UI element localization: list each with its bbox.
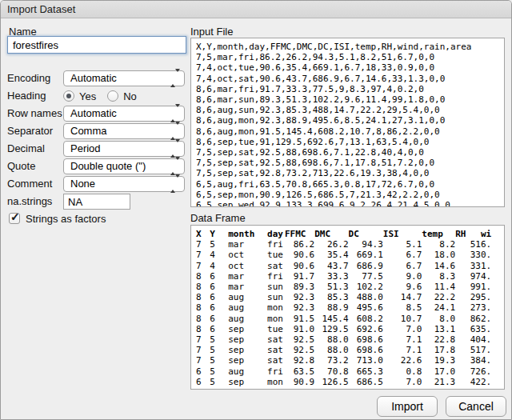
table-cell: 145.4 xyxy=(314,314,348,324)
table-cell: fri xyxy=(267,366,285,377)
table-cell: 6.7 xyxy=(383,250,422,260)
cancel-button[interactable]: Cancel xyxy=(446,396,506,417)
title-bar[interactable]: Import Dataset xyxy=(1,1,512,18)
table-cell: 94.3 xyxy=(349,239,383,250)
strings-as-factors-checkbox[interactable] xyxy=(9,213,20,224)
table-cell: sun xyxy=(267,282,285,292)
strings-as-factors-label[interactable]: Strings as factors xyxy=(26,213,106,225)
column-header: ISI xyxy=(383,229,422,239)
table-cell: 3. xyxy=(481,302,504,313)
data-frame-preview[interactable]: XYmonthdayFFMCDMCDCISItempRHwi75marfri86… xyxy=(190,225,505,390)
table-cell: sep xyxy=(228,355,267,366)
table-cell: 102.2 xyxy=(349,282,383,292)
table-cell: 8 xyxy=(196,271,210,282)
table-cell: 5 xyxy=(210,355,228,366)
name-input[interactable] xyxy=(7,36,186,54)
separator-value: Comma xyxy=(70,125,107,137)
stepper-arrows-icon xyxy=(170,106,180,121)
column-header: DMC xyxy=(314,229,348,239)
table-row: 65sepmon90.9126.5686.57.021.3422. xyxy=(196,377,504,387)
table-cell: 2. xyxy=(481,377,504,387)
table-cell: fri xyxy=(267,239,285,250)
table-cell: 92.9 xyxy=(285,387,314,390)
table-cell: 8 xyxy=(196,302,210,313)
table-cell: mon xyxy=(267,302,285,313)
column-header: wi xyxy=(481,229,504,239)
table-cell: 33 xyxy=(455,250,481,260)
table-row: 65augfri63.570.8665.30.817.0726. xyxy=(196,366,504,377)
table-cell: 5 xyxy=(210,377,228,387)
table-cell: 7.0 xyxy=(383,377,422,387)
table-cell: 21 xyxy=(455,387,481,390)
table-cell: 8.0 xyxy=(422,314,455,324)
stepper-arrows-icon xyxy=(170,177,180,191)
encoding-select[interactable]: Automatic xyxy=(63,70,185,86)
table-cell: 699.6 xyxy=(349,387,383,390)
table-cell: 8.3 xyxy=(422,271,455,282)
table-header-row: XYmonthdayFFMCDMCDCISItempRHwi xyxy=(196,229,504,239)
table-cell: 92.3 xyxy=(285,292,314,302)
decimal-value: Period xyxy=(70,142,101,154)
table-row: 86augmon91.5145.4608.210.78.0862. xyxy=(196,314,504,324)
table-cell: 14.6 xyxy=(422,261,455,271)
encoding-value: Automatic xyxy=(70,72,117,84)
table-cell: 5.1 xyxy=(383,239,422,250)
heading-yes-radio[interactable] xyxy=(63,90,74,102)
row-names-select[interactable]: Automatic xyxy=(63,106,185,122)
column-header: X xyxy=(196,229,210,239)
table-cell: 5. xyxy=(481,292,504,302)
table-cell: 70.8 xyxy=(314,366,348,377)
table-cell: 7.1 xyxy=(383,334,422,345)
table-cell: 42 xyxy=(455,377,481,387)
table-cell: 92.5 xyxy=(285,334,314,345)
heading-no-radio[interactable] xyxy=(107,90,118,102)
table-row: 86marsun89.351.3102.29.611.4991. xyxy=(196,282,504,292)
data-frame-table: XYmonthdayFFMCDMCDCISItempRHwi75marfri86… xyxy=(196,229,504,390)
table-cell: 4 xyxy=(210,261,228,271)
table-cell: 6. xyxy=(481,366,504,377)
table-cell: 8 xyxy=(196,324,210,334)
comment-select[interactable]: None xyxy=(63,176,185,192)
table-cell: 63.5 xyxy=(285,366,314,377)
heading-yes-label[interactable]: Yes xyxy=(79,90,96,102)
table-cell: 4. xyxy=(481,387,504,390)
table-cell: 5. xyxy=(481,324,504,334)
table-cell: mon xyxy=(267,377,285,387)
table-cell: 8.2 xyxy=(422,239,455,250)
table-cell: mar xyxy=(228,239,267,250)
table-cell: 7 xyxy=(196,239,210,250)
table-row: 65sepwed92.9133.3699.69.226.4214. xyxy=(196,387,504,390)
input-file-label: Input File xyxy=(190,26,233,38)
dialog-title: Import Dataset xyxy=(7,1,75,18)
table-cell: fri xyxy=(267,271,285,282)
separator-select[interactable]: Comma xyxy=(63,123,185,139)
table-cell: 22.2 xyxy=(422,292,455,302)
heading-no-label[interactable]: No xyxy=(123,90,137,102)
import-button[interactable]: Import xyxy=(377,396,438,417)
column-header: FFMC xyxy=(285,229,314,239)
input-file-preview[interactable]: X,Y,month,day,FFMC,DMC,DC,ISI,temp,RH,wi… xyxy=(190,38,505,207)
decimal-select[interactable]: Period xyxy=(63,141,185,157)
table-cell: 6 xyxy=(196,387,210,390)
table-cell: 97 xyxy=(455,271,481,282)
table-row: 75sepsat92.588.0698.67.117.8517. xyxy=(196,345,504,355)
table-cell: 92.3 xyxy=(285,302,314,313)
table-cell: 6 xyxy=(210,314,228,324)
table-cell: 51 xyxy=(455,239,481,250)
quote-select[interactable]: Double quote (") xyxy=(63,158,185,174)
table-cell: 19.3 xyxy=(422,355,455,366)
na-strings-input[interactable] xyxy=(63,194,130,210)
table-cell: 488.0 xyxy=(349,292,383,302)
table-cell: 22.8 xyxy=(422,334,455,345)
table-cell: aug xyxy=(228,366,267,377)
column-header: month xyxy=(228,229,267,239)
table-cell: 2. xyxy=(481,314,504,324)
decimal-label: Decimal xyxy=(7,141,45,157)
table-cell: sep xyxy=(228,324,267,334)
stepper-arrows-icon xyxy=(170,71,180,86)
table-cell: 6. xyxy=(481,239,504,250)
table-cell: mar xyxy=(228,282,267,292)
table-cell: 6 xyxy=(210,324,228,334)
table-cell: sat xyxy=(267,345,285,355)
table-cell: 21.3 xyxy=(422,377,455,387)
